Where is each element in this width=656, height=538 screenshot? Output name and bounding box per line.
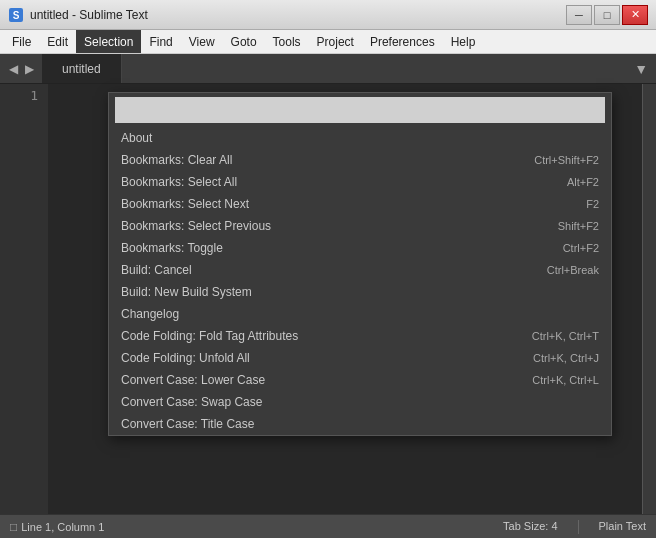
cp-item-shortcut: Shift+F2 [558, 220, 599, 232]
menu-item-goto[interactable]: Goto [223, 30, 265, 53]
tab-left-arrow[interactable]: ◀ [6, 62, 20, 76]
cp-item-label: Convert Case: Lower Case [121, 373, 512, 387]
tab-nav-arrows: ◀ ▶ [0, 54, 42, 83]
maximize-button[interactable]: □ [594, 5, 620, 25]
command-palette-list: AboutBookmarks: Clear AllCtrl+Shift+F2Bo… [109, 127, 611, 435]
cp-item-label: Bookmarks: Select Previous [121, 219, 538, 233]
cursor-position: Line 1, Column 1 [21, 521, 104, 533]
cp-item-label: Convert Case: Title Case [121, 417, 599, 431]
cp-item[interactable]: Bookmarks: Select AllAlt+F2 [109, 171, 611, 193]
status-right: Tab Size: 4 Plain Text [503, 520, 646, 534]
tab-bar: ◀ ▶ untitled ▼ [0, 54, 656, 84]
cp-item-shortcut: Alt+F2 [567, 176, 599, 188]
cp-item-shortcut: Ctrl+Shift+F2 [534, 154, 599, 166]
menu-item-help[interactable]: Help [443, 30, 484, 53]
tab-size-indicator[interactable]: Tab Size: 4 [503, 520, 557, 534]
cp-item-shortcut: Ctrl+F2 [563, 242, 599, 254]
menu-item-view[interactable]: View [181, 30, 223, 53]
menu-bar: FileEditSelectionFindViewGotoToolsProjec… [0, 30, 656, 54]
tab-collapse-arrow[interactable]: ▼ [626, 54, 656, 83]
cp-item-label: About [121, 131, 599, 145]
app-icon: S [8, 7, 24, 23]
status-left: □ Line 1, Column 1 [10, 520, 104, 534]
menu-item-tools[interactable]: Tools [265, 30, 309, 53]
svg-text:S: S [13, 10, 20, 21]
cp-item-label: Changelog [121, 307, 599, 321]
menu-item-project[interactable]: Project [309, 30, 362, 53]
syntax-indicator[interactable]: Plain Text [599, 520, 647, 534]
cp-item-label: Code Folding: Fold Tag Attributes [121, 329, 512, 343]
close-button[interactable]: ✕ [622, 5, 648, 25]
line-numbers: 1 [0, 84, 48, 514]
menu-item-edit[interactable]: Edit [39, 30, 76, 53]
status-icon: □ [10, 520, 17, 534]
menu-item-find[interactable]: Find [141, 30, 180, 53]
cp-item[interactable]: Bookmarks: Clear AllCtrl+Shift+F2 [109, 149, 611, 171]
cp-item[interactable]: Code Folding: Unfold AllCtrl+K, Ctrl+J [109, 347, 611, 369]
cp-item-shortcut: Ctrl+Break [547, 264, 599, 276]
line-number-1: 1 [0, 88, 38, 103]
command-palette: AboutBookmarks: Clear AllCtrl+Shift+F2Bo… [108, 92, 612, 436]
menu-item-file[interactable]: File [4, 30, 39, 53]
cp-item-label: Bookmarks: Clear All [121, 153, 514, 167]
cp-item-shortcut: F2 [586, 198, 599, 210]
editor-content[interactable]: AboutBookmarks: Clear AllCtrl+Shift+F2Bo… [48, 84, 642, 514]
cp-item[interactable]: Build: CancelCtrl+Break [109, 259, 611, 281]
menu-item-preferences[interactable]: Preferences [362, 30, 443, 53]
cp-item-label: Bookmarks: Select Next [121, 197, 566, 211]
tab-right-arrow-btn[interactable]: ▶ [22, 62, 36, 76]
cp-item-label: Bookmarks: Toggle [121, 241, 543, 255]
cp-item[interactable]: Bookmarks: ToggleCtrl+F2 [109, 237, 611, 259]
cp-item-shortcut: Ctrl+K, Ctrl+L [532, 374, 599, 386]
cp-item[interactable]: Changelog [109, 303, 611, 325]
cp-item[interactable]: Convert Case: Swap Case [109, 391, 611, 413]
cp-item[interactable]: Code Folding: Fold Tag AttributesCtrl+K,… [109, 325, 611, 347]
cp-item[interactable]: Bookmarks: Select NextF2 [109, 193, 611, 215]
cp-item-label: Convert Case: Swap Case [121, 395, 599, 409]
cp-item-label: Bookmarks: Select All [121, 175, 547, 189]
minimize-button[interactable]: ─ [566, 5, 592, 25]
status-divider [578, 520, 579, 534]
cp-item-label: Build: New Build System [121, 285, 599, 299]
cp-item[interactable]: Bookmarks: Select PreviousShift+F2 [109, 215, 611, 237]
cp-item[interactable]: About [109, 127, 611, 149]
editor-scrollbar[interactable] [642, 84, 656, 514]
editor-area: 1 AboutBookmarks: Clear AllCtrl+Shift+F2… [0, 84, 656, 514]
cp-item-shortcut: Ctrl+K, Ctrl+J [533, 352, 599, 364]
title-bar: S untitled - Sublime Text ─ □ ✕ [0, 0, 656, 30]
menu-item-selection[interactable]: Selection [76, 30, 141, 53]
cp-item[interactable]: Convert Case: Title Case [109, 413, 611, 435]
cp-item[interactable]: Convert Case: Lower CaseCtrl+K, Ctrl+L [109, 369, 611, 391]
cp-item-shortcut: Ctrl+K, Ctrl+T [532, 330, 599, 342]
cp-item-label: Build: Cancel [121, 263, 527, 277]
command-palette-search[interactable] [115, 97, 605, 123]
cp-item-label: Code Folding: Unfold All [121, 351, 513, 365]
cp-item[interactable]: Build: New Build System [109, 281, 611, 303]
window-controls: ─ □ ✕ [566, 5, 648, 25]
file-tab-untitled[interactable]: untitled [42, 54, 122, 83]
window-title: untitled - Sublime Text [30, 8, 566, 22]
status-bar: □ Line 1, Column 1 Tab Size: 4 Plain Tex… [0, 514, 656, 538]
